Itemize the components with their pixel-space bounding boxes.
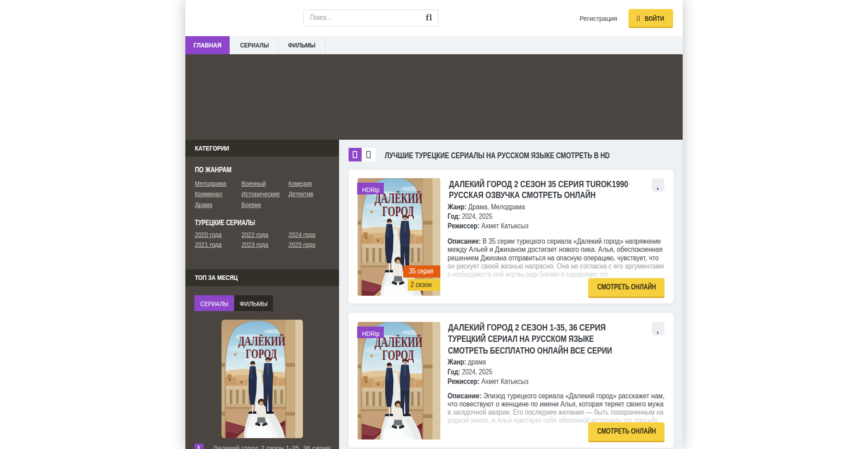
- svg-text:ГОРОД: ГОРОД: [246, 346, 277, 361]
- svg-text:ГОРОД: ГОРОД: [382, 204, 414, 219]
- svg-text:ГОРОД: ГОРОД: [382, 348, 414, 363]
